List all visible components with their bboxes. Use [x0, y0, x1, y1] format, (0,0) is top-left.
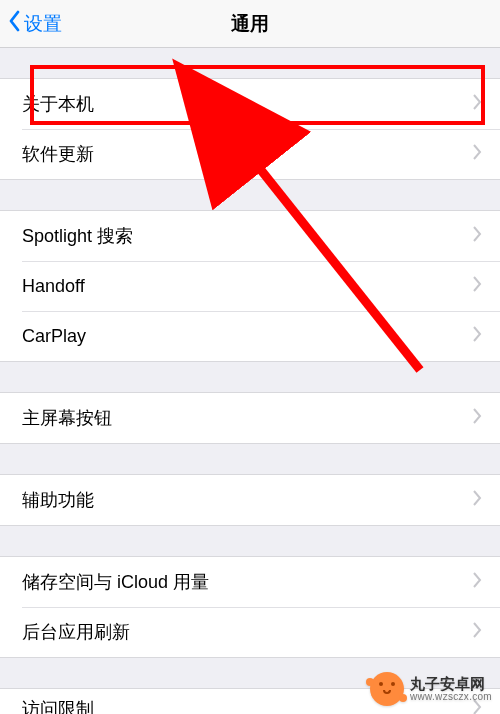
row-label: 辅助功能	[22, 488, 472, 512]
group-spotlight: Spotlight 搜索 Handoff CarPlay	[0, 210, 500, 362]
watermark-url: www.wzsczx.com	[410, 692, 492, 703]
watermark-logo-icon	[370, 672, 404, 706]
chevron-right-icon	[472, 572, 482, 592]
group-about: 关于本机 软件更新	[0, 78, 500, 180]
row-label: Spotlight 搜索	[22, 224, 472, 248]
watermark-title: 丸子安卓网	[410, 676, 492, 692]
row-label: 关于本机	[22, 92, 472, 116]
row-background-refresh[interactable]: 后台应用刷新	[0, 607, 500, 657]
chevron-right-icon	[472, 408, 482, 428]
row-label: 后台应用刷新	[22, 620, 472, 644]
row-accessibility[interactable]: 辅助功能	[0, 475, 500, 525]
chevron-right-icon	[472, 326, 482, 346]
row-label: Handoff	[22, 276, 472, 297]
row-storage-icloud[interactable]: 储存空间与 iCloud 用量	[0, 557, 500, 607]
group-home-button: 主屏幕按钮	[0, 392, 500, 444]
chevron-right-icon	[472, 226, 482, 246]
watermark-text: 丸子安卓网 www.wzsczx.com	[410, 676, 492, 702]
nav-bar: 设置 通用	[0, 0, 500, 48]
settings-list: 关于本机 软件更新 Spotlight 搜索 Handoff CarPlay	[0, 78, 500, 714]
chevron-right-icon	[472, 276, 482, 296]
chevron-right-icon	[472, 490, 482, 510]
back-button[interactable]: 设置	[0, 10, 62, 37]
row-label: 软件更新	[22, 142, 472, 166]
group-accessibility: 辅助功能	[0, 474, 500, 526]
row-label: 储存空间与 iCloud 用量	[22, 570, 472, 594]
chevron-right-icon	[472, 622, 482, 642]
chevron-right-icon	[472, 94, 482, 114]
row-software-update[interactable]: 软件更新	[0, 129, 500, 179]
back-label: 设置	[24, 11, 62, 37]
row-home-button[interactable]: 主屏幕按钮	[0, 393, 500, 443]
watermark: 丸子安卓网 www.wzsczx.com	[370, 672, 492, 706]
row-spotlight[interactable]: Spotlight 搜索	[0, 211, 500, 261]
settings-general-screen: 设置 通用 关于本机 软件更新 Spotlight 搜索 Handoff	[0, 0, 500, 714]
row-about[interactable]: 关于本机	[0, 79, 500, 129]
row-carplay[interactable]: CarPlay	[0, 311, 500, 361]
row-label: 主屏幕按钮	[22, 406, 472, 430]
page-title: 通用	[0, 11, 500, 37]
chevron-left-icon	[8, 10, 22, 37]
row-label: CarPlay	[22, 326, 472, 347]
row-handoff[interactable]: Handoff	[0, 261, 500, 311]
chevron-right-icon	[472, 144, 482, 164]
group-storage: 储存空间与 iCloud 用量 后台应用刷新	[0, 556, 500, 658]
